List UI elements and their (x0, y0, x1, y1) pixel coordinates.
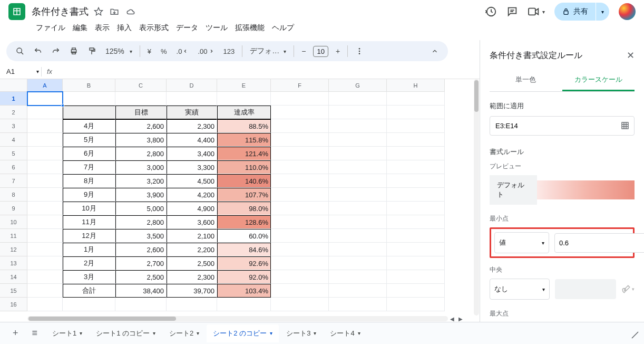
cell[interactable] (271, 243, 329, 256)
preview-gradient[interactable]: デフォルト (490, 175, 635, 205)
cell[interactable] (329, 229, 387, 243)
cell[interactable] (271, 188, 329, 202)
cell[interactable] (271, 284, 329, 298)
cell[interactable]: 目標 (115, 106, 167, 119)
cell[interactable] (329, 160, 387, 174)
cell[interactable]: 88.5% (217, 119, 271, 133)
cell[interactable]: 4,500 (167, 174, 217, 188)
cell[interactable]: 4,900 (167, 202, 217, 215)
cell[interactable] (271, 174, 329, 188)
cell[interactable]: 3,400 (167, 147, 217, 160)
cell[interactable]: 4月 (63, 119, 115, 133)
row-header[interactable]: 14 (0, 270, 27, 284)
cell[interactable] (271, 160, 329, 174)
cell[interactable] (167, 298, 217, 311)
cell[interactable] (329, 284, 387, 298)
menu-extensions[interactable]: 拡張機能 (232, 21, 268, 35)
sheets-logo[interactable] (8, 3, 25, 20)
row-header[interactable]: 3 (0, 119, 27, 133)
menu-view[interactable]: 表示 (92, 21, 113, 35)
zoom-select[interactable]: 125%▾ (101, 44, 136, 59)
cell[interactable] (27, 133, 63, 147)
min-type-select[interactable]: 値▾ (494, 232, 549, 253)
cell[interactable] (329, 133, 387, 147)
increase-decimal-button[interactable]: .00 (193, 44, 218, 59)
column-header[interactable]: D (167, 79, 217, 92)
range-select-icon[interactable] (621, 121, 629, 130)
redo-icon[interactable] (47, 44, 64, 59)
cell[interactable] (329, 256, 387, 270)
cell[interactable]: 2,300 (167, 270, 217, 284)
cell[interactable] (271, 133, 329, 147)
search-menus-icon[interactable] (12, 44, 28, 59)
cell[interactable] (271, 202, 329, 215)
row-header[interactable]: 1 (0, 92, 27, 106)
cell[interactable] (329, 92, 387, 106)
cell[interactable]: 110.0% (217, 160, 271, 174)
more-toolbar-icon[interactable] (351, 44, 368, 59)
menu-tools[interactable]: ツール (202, 21, 231, 35)
cell[interactable] (271, 215, 329, 229)
menu-insert[interactable]: 挿入 (114, 21, 135, 35)
star-icon[interactable] (94, 7, 103, 16)
print-icon[interactable] (65, 44, 82, 59)
row-header[interactable]: 12 (0, 243, 27, 256)
percent-button[interactable]: % (157, 44, 171, 59)
cell[interactable]: 121.4% (217, 147, 271, 160)
cell[interactable] (63, 106, 115, 119)
paint-format-icon[interactable] (83, 44, 100, 59)
cell[interactable]: 60.0% (217, 229, 271, 243)
cell[interactable] (329, 202, 387, 215)
cell[interactable] (387, 298, 445, 311)
sheet-tab[interactable]: シート1▾ (46, 324, 89, 342)
sheet-tab[interactable]: シート2 のコピー▾ (207, 324, 279, 342)
fontsize-minus[interactable]: − (297, 44, 310, 59)
fontsize-input[interactable]: 10 (313, 46, 328, 57)
cell[interactable] (329, 119, 387, 133)
history-icon[interactable] (485, 6, 497, 17)
menu-help[interactable]: ヘルプ (269, 21, 297, 35)
hscroll-right-icon[interactable]: ▶ (456, 316, 465, 322)
doc-title[interactable]: 条件付き書式 (32, 5, 89, 18)
cell[interactable] (167, 92, 217, 106)
chevron-down-icon[interactable]: ▾ (270, 330, 272, 336)
menu-edit[interactable]: 編集 (70, 21, 91, 35)
move-icon[interactable] (110, 7, 119, 16)
cell[interactable] (329, 298, 387, 311)
cell[interactable] (27, 243, 63, 256)
cell[interactable] (329, 106, 387, 119)
select-all-corner[interactable] (0, 79, 27, 92)
name-box[interactable]: A1▾ (4, 66, 41, 77)
column-header[interactable]: F (271, 79, 329, 92)
row-header[interactable]: 13 (0, 256, 27, 270)
cell[interactable]: 11月 (63, 215, 115, 229)
cell[interactable] (387, 92, 445, 106)
cell[interactable]: 2,300 (167, 119, 217, 133)
cell[interactable]: 84.6% (217, 243, 271, 256)
share-button[interactable]: 共有 (554, 3, 596, 21)
cell[interactable]: 103.4% (217, 284, 271, 298)
sheet-tab[interactable]: シート4▾ (324, 324, 366, 342)
cell[interactable] (329, 174, 387, 188)
cell[interactable] (387, 215, 445, 229)
selection-handle[interactable] (61, 104, 64, 107)
cell[interactable] (27, 160, 63, 174)
chevron-down-icon[interactable]: ▾ (197, 330, 199, 336)
cell[interactable]: 1月 (63, 243, 115, 256)
all-sheets-button[interactable]: ≡ (27, 324, 43, 342)
cloud-status-icon[interactable] (125, 7, 136, 16)
cell[interactable] (27, 202, 63, 215)
cell[interactable]: 5月 (63, 133, 115, 147)
cell[interactable]: 92.6% (217, 256, 271, 270)
avatar[interactable] (619, 3, 636, 20)
cell[interactable] (387, 243, 445, 256)
cell[interactable] (63, 298, 115, 311)
cell[interactable] (27, 270, 63, 284)
cell[interactable]: 3,800 (115, 133, 167, 147)
cell[interactable] (27, 298, 63, 311)
cell[interactable]: 98.0% (217, 202, 271, 215)
cell[interactable]: 2,800 (115, 215, 167, 229)
column-header[interactable]: B (63, 79, 115, 92)
cell[interactable] (271, 106, 329, 119)
cell[interactable]: 2月 (63, 256, 115, 270)
